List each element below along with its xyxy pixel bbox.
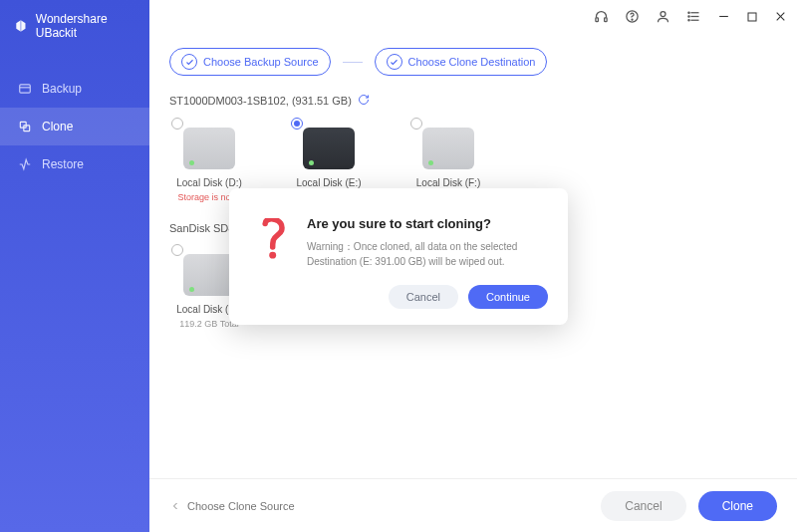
question-icon	[255, 218, 291, 269]
svg-point-18	[269, 251, 276, 258]
modal-continue-button[interactable]: Continue	[468, 285, 548, 309]
confirm-modal: Are you sure to start cloning? Warning：O…	[229, 188, 568, 325]
modal-overlay: Are you sure to start cloning? Warning：O…	[0, 0, 797, 532]
modal-cancel-button[interactable]: Cancel	[389, 285, 458, 309]
modal-title: Are you sure to start cloning?	[307, 216, 542, 231]
modal-text: Warning：Once cloned, all data on the sel…	[307, 239, 542, 269]
